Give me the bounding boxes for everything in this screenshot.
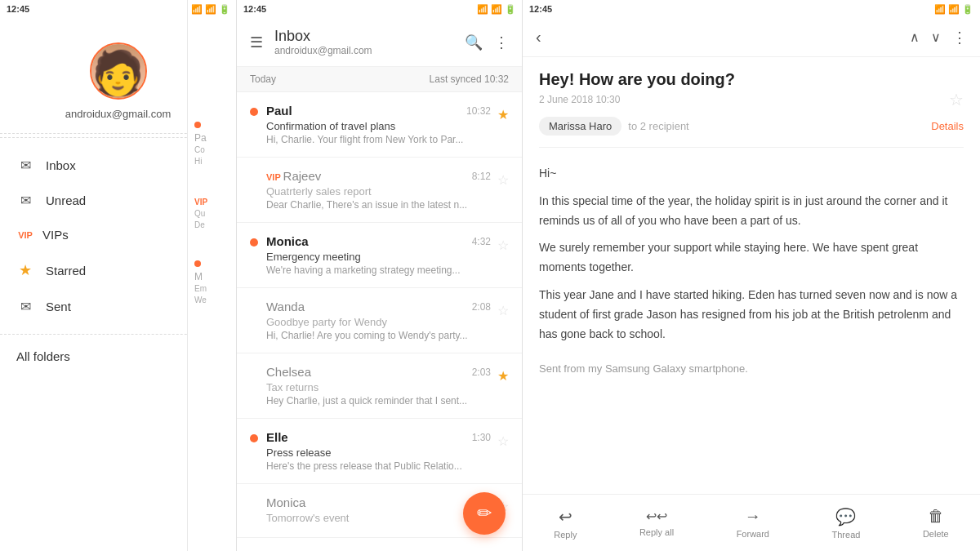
body-greeting: Hi~ <box>539 164 964 184</box>
email-body: Hi~ In this special time of the year, th… <box>539 164 964 378</box>
sent-icon: ✉ <box>16 299 34 314</box>
behind-item-1: PaCoHi <box>188 106 236 181</box>
detail-star-icon[interactable]: ☆ <box>949 90 964 109</box>
preview-paul: Hi, Charlie. Your flight from New York t… <box>266 134 491 145</box>
search-icon[interactable]: 🔍 <box>465 33 483 51</box>
star-elle[interactable]: ☆ <box>497 433 509 472</box>
avatar <box>90 42 147 100</box>
vip-icon: VIP <box>16 230 34 240</box>
thread-button[interactable]: 💬 Thread <box>819 500 874 546</box>
email-item-paul[interactable]: Paul 10:32 Confirmation of travel plans … <box>237 92 522 158</box>
email-detail-panel: 12:45 📶 📶 🔋 ‹ ∧ ∨ ⋮ Hey! How are you doi… <box>523 0 980 551</box>
sender-wanda: Wanda <box>266 300 305 313</box>
forward-icon: → <box>745 507 761 526</box>
preview-wanda: Hi, Charlie! Are you coming to Wendy's p… <box>266 330 491 341</box>
sender-row: Marissa Haro to 2 recipient Details <box>539 117 964 148</box>
inbox-account-email: androidux@gmail.com <box>274 45 465 56</box>
unread-dot-paul <box>250 108 258 116</box>
more-options-icon[interactable]: ⋮ <box>494 33 509 51</box>
behind-item-3: MEmWe <box>188 245 236 320</box>
sender-chip: Marissa Haro <box>539 117 621 136</box>
starred-label: Starred <box>46 264 208 278</box>
compose-icon: ✏ <box>477 503 492 524</box>
email-content-chelsea: Chelsea 2:03 Tax returns Hey Charlie, ju… <box>266 365 491 407</box>
reply-button[interactable]: ↩ Reply <box>541 500 590 546</box>
compose-fab[interactable]: ✏ <box>463 492 506 535</box>
status-bar-panel2: 12:45 📶 📶 🔋 <box>237 0 523 18</box>
time-panel1: 12:45 <box>7 4 29 14</box>
behind-panel: PaCoHi VIPQuDe MEmWe <box>187 0 236 551</box>
subject-wanda: Goodbye party for Wendy <box>266 316 491 328</box>
sender-rajeev: Rajeev <box>266 169 321 183</box>
preview-elle: Here's the press release that Public Rel… <box>266 460 491 472</box>
forward-button[interactable]: → Forward <box>724 500 782 545</box>
email-content-elle: Elle 1:30 Press release Here's the press… <box>266 430 491 472</box>
detail-more-icon[interactable]: ⋮ <box>952 29 967 47</box>
unread-label: Unread <box>46 193 200 207</box>
unread-dot-monica <box>250 238 258 247</box>
delete-icon: 🗑 <box>928 507 944 526</box>
email-item-elle[interactable]: Elle 1:30 Press release Here's the press… <box>237 419 522 484</box>
status-icons-panel3: 📶 📶 🔋 <box>934 4 973 15</box>
inbox-title-group: Inbox androidux@gmail.com <box>274 28 465 56</box>
reply-all-label: Reply all <box>639 527 674 537</box>
inbox-label: Inbox <box>46 158 203 172</box>
back-icon[interactable]: ‹ <box>536 28 541 47</box>
preview-chelsea: Hey Charlie, just a quick reminder that … <box>266 395 491 407</box>
email-content-monica: Monica 4:32 Emergency meeting We're havi… <box>266 234 491 276</box>
inbox-title: Inbox <box>274 28 465 45</box>
status-bar-panel3: 12:45 📶 📶 🔋 <box>523 0 980 18</box>
star-rajeev[interactable]: ☆ <box>497 172 509 211</box>
star-chelsea[interactable]: ★ <box>497 368 509 407</box>
prev-email-icon[interactable]: ∧ <box>910 29 920 45</box>
unread-dot-wanda <box>250 304 258 312</box>
email-content-monica2: Monica 1:00 Tomorrow's event <box>266 495 491 526</box>
preview-rajeev: Dear Charlie, There's an issue in the la… <box>266 199 491 211</box>
unread-dot-elle <box>250 434 258 442</box>
reply-icon: ↩ <box>559 507 572 527</box>
subject-rajeev: Quatrterly sales report <box>266 185 491 198</box>
star-monica[interactable]: ☆ <box>497 238 509 276</box>
time-elle: 1:30 <box>472 432 491 443</box>
date-label: Today <box>250 73 276 85</box>
subject-chelsea: Tax returns <box>266 381 491 393</box>
status-icons-panel2: 📶 📶 🔋 <box>477 4 516 15</box>
star-icon: ★ <box>16 261 34 279</box>
subject-monica: Emergency meeting <box>266 251 491 263</box>
email-item-rajeev[interactable]: Rajeev 8:12 Quatrterly sales report Dear… <box>237 158 522 223</box>
subject-monica2: Tomorrow's event <box>266 512 491 524</box>
unread-dot-chelsea <box>250 369 258 377</box>
reply-all-button[interactable]: ↩↩ Reply all <box>626 502 687 544</box>
hamburger-icon[interactable]: ☰ <box>250 33 263 51</box>
star-wanda[interactable]: ☆ <box>497 303 509 341</box>
star-paul[interactable]: ★ <box>497 107 509 145</box>
time-wanda: 2:08 <box>472 301 491 313</box>
reply-all-icon: ↩↩ <box>646 509 667 524</box>
subject-paul: Confirmation of travel plans <box>266 120 491 132</box>
time-paul: 10:32 <box>466 105 491 117</box>
unread-dot-monica2 <box>250 500 258 508</box>
date-bar: Today Last synced 10:32 <box>237 67 522 92</box>
unread-dot-rajeev <box>250 173 258 181</box>
next-email-icon[interactable]: ∨ <box>931 29 941 45</box>
thread-icon: 💬 <box>835 507 856 527</box>
detail-nav-right: ∧ ∨ ⋮ <box>910 29 967 47</box>
sender-monica2: Monica <box>266 495 305 509</box>
delete-button[interactable]: 🗑 Delete <box>910 500 962 545</box>
body-para3: This year Jane and I have started hiking… <box>539 286 964 344</box>
status-bar-panel1: 12:45 📶 📶 🔋 <box>0 0 237 18</box>
email-item-monica[interactable]: Monica 4:32 Emergency meeting We're havi… <box>237 223 522 288</box>
details-link[interactable]: Details <box>931 120 964 132</box>
sidebar-panel: 12:45 📶 📶 🔋 ⚙ androidux@gmail.com ✉ Inbo… <box>0 0 237 551</box>
email-signature: Sent from my Samsung Galaxy smartphone. <box>539 360 964 378</box>
time-rajeev: 8:12 <box>472 171 491 182</box>
time-panel3: 12:45 <box>529 4 552 14</box>
body-para1: In this special time of the year, the ho… <box>539 192 964 231</box>
email-item-wanda[interactable]: Wanda 2:08 Goodbye party for Wendy Hi, C… <box>237 288 522 353</box>
detail-nav-left: ‹ <box>536 28 541 47</box>
body-para2: We surely remember your support while st… <box>539 238 964 278</box>
email-item-chelsea[interactable]: Chelsea 2:03 Tax returns Hey Charlie, ju… <box>237 353 522 419</box>
behind-item-2: VIPQuDe <box>188 181 236 245</box>
reply-label: Reply <box>554 530 577 540</box>
header-actions: 🔍 ⋮ <box>465 33 509 51</box>
